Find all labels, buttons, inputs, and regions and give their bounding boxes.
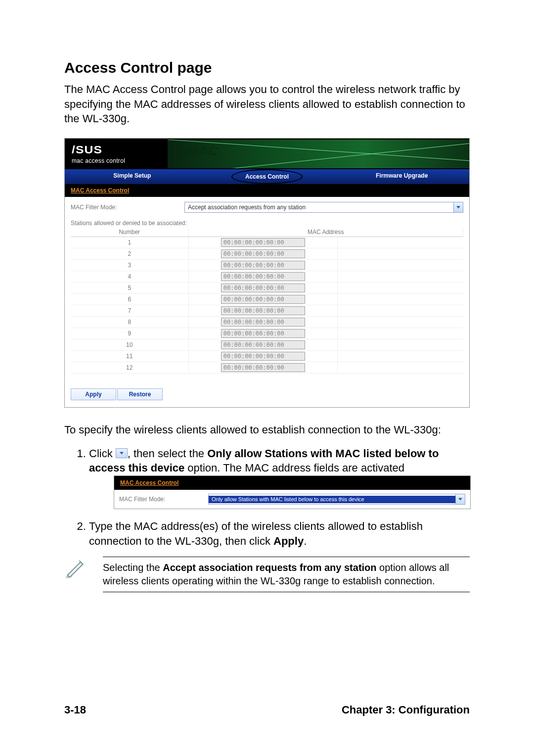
mac-address-input[interactable]: 00:00:00:00:00:00: [221, 249, 305, 258]
filter-mode-row: MAC Filter Mode: Accept association requ…: [71, 202, 463, 213]
row-number: 9: [71, 328, 188, 339]
filter-mode-select[interactable]: Accept association requests from any sta…: [184, 202, 463, 213]
table-row: 500:00:00:00:00:00: [71, 283, 463, 294]
table-row: 900:00:00:00:00:00: [71, 328, 463, 339]
filter-mode-label: MAC Filter Mode:: [71, 204, 170, 211]
page-title: Access Control page: [64, 59, 470, 76]
row-number: 2: [71, 248, 188, 260]
row-number: 7: [71, 305, 188, 317]
screenshot-filter-mode-highlight: MAC Access Control MAC Filter Mode: Only…: [114, 475, 471, 509]
table-row: 700:00:00:00:00:00: [71, 305, 463, 317]
screenshot-body: MAC Filter Mode: Accept association requ…: [65, 197, 469, 407]
row-number: 5: [71, 283, 188, 294]
asus-logo: /SUS: [72, 143, 172, 156]
table-row: 600:00:00:00:00:00: [71, 294, 463, 305]
page-footer: 3-18 Chapter 3: Configuration: [64, 704, 470, 716]
row-number: 6: [71, 294, 188, 305]
banner-graphic: MAC: [168, 140, 469, 168]
page-number: 3-18: [64, 704, 86, 716]
note-block: Selecting the Accept association request…: [64, 557, 470, 592]
instruction-steps: Click , then select the Only allow Stati…: [64, 446, 470, 549]
table-row: 100:00:00:00:00:00: [71, 237, 463, 248]
apply-button[interactable]: Apply: [71, 388, 116, 400]
mac-address-input[interactable]: 00:00:00:00:00:00: [221, 272, 305, 281]
stations-label: Stations allowed or denied to be associa…: [71, 220, 463, 227]
mac-address-input[interactable]: 00:00:00:00:00:00: [221, 352, 305, 361]
screenshot2-body: MAC Filter Mode: Only allow Stations wit…: [114, 490, 470, 509]
logo-block: /SUS mac access control: [65, 139, 168, 169]
table-row: 200:00:00:00:00:00: [71, 248, 463, 260]
pencil-icon: [64, 557, 86, 578]
table-row: 1000:00:00:00:00:00: [71, 339, 463, 351]
row-number: 1: [71, 237, 188, 248]
mac-address-input[interactable]: 00:00:00:00:00:00: [221, 318, 305, 327]
table-row: 300:00:00:00:00:00: [71, 260, 463, 271]
screenshot-header: /SUS mac access control MAC: [65, 139, 469, 169]
row-number: 8: [71, 317, 188, 328]
intro-paragraph: The MAC Access Control page allows you t…: [64, 82, 470, 126]
table-row: 1100:00:00:00:00:00: [71, 351, 463, 362]
table-row: 800:00:00:00:00:00: [71, 317, 463, 328]
chevron-down-icon: [453, 202, 463, 212]
mac-address-input[interactable]: 00:00:00:00:00:00: [221, 284, 305, 292]
restore-button[interactable]: Restore: [117, 388, 163, 400]
mac-address-input[interactable]: 00:00:00:00:00:00: [221, 340, 305, 349]
table-row: 400:00:00:00:00:00: [71, 271, 463, 283]
filter-mode-select-highlight[interactable]: Only allow Stations with MAC listed belo…: [208, 494, 465, 505]
mac-address-input[interactable]: 00:00:00:00:00:00: [221, 238, 305, 247]
step-2: Type the MAC address(es) of the wireless…: [89, 519, 470, 548]
mac-address-input[interactable]: 00:00:00:00:00:00: [221, 306, 305, 315]
document-page: Access Control page The MAC Access Contr…: [0, 0, 534, 756]
chevron-down-icon: [116, 448, 128, 458]
row-number: 11: [71, 351, 188, 362]
logo-subtext: mac access control: [72, 157, 161, 164]
screenshot-mac-access-control: /SUS mac access control MAC Simple Setup…: [64, 138, 470, 408]
note-text: Selecting the Accept association request…: [103, 557, 470, 592]
mac-table: Number MAC Address 100:00:00:00:00:00200…: [71, 228, 463, 374]
tab-firmware-upgrade[interactable]: Firmware Upgrade: [334, 169, 469, 184]
instruction-paragraph: To specify the wireless clients allowed …: [64, 423, 470, 437]
chapter-label: Chapter 3: Configuration: [342, 704, 470, 716]
filter-mode-label-2: MAC Filter Mode:: [119, 495, 193, 503]
section-header: MAC Access Control: [65, 184, 469, 197]
row-number: 12: [71, 362, 188, 374]
col-number: Number: [71, 228, 188, 237]
mac-address-input[interactable]: 00:00:00:00:00:00: [221, 261, 305, 270]
row-number: 4: [71, 271, 188, 283]
table-row: 1200:00:00:00:00:00: [71, 362, 463, 374]
chevron-down-icon: [455, 494, 465, 504]
tab-simple-setup[interactable]: Simple Setup: [65, 169, 200, 184]
tab-access-control[interactable]: Access Control: [200, 169, 335, 184]
row-number: 10: [71, 339, 188, 351]
col-mac: MAC Address: [188, 228, 463, 237]
banner-mac-text: MAC: [186, 143, 219, 159]
mac-address-input[interactable]: 00:00:00:00:00:00: [221, 329, 305, 338]
filter-mode-value-2: Only allow Stations with MAC listed belo…: [209, 496, 455, 503]
step-1: Click , then select the Only allow Stati…: [89, 446, 470, 510]
filter-mode-value: Accept association requests from any sta…: [185, 204, 453, 211]
mac-address-input[interactable]: 00:00:00:00:00:00: [221, 363, 305, 372]
section-header-2: MAC Access Control: [114, 476, 470, 490]
row-number: 3: [71, 260, 188, 271]
button-row: Apply Restore: [71, 388, 463, 400]
nav-tabs: Simple Setup Access Control Firmware Upg…: [65, 169, 469, 184]
mac-address-input[interactable]: 00:00:00:00:00:00: [221, 295, 305, 304]
